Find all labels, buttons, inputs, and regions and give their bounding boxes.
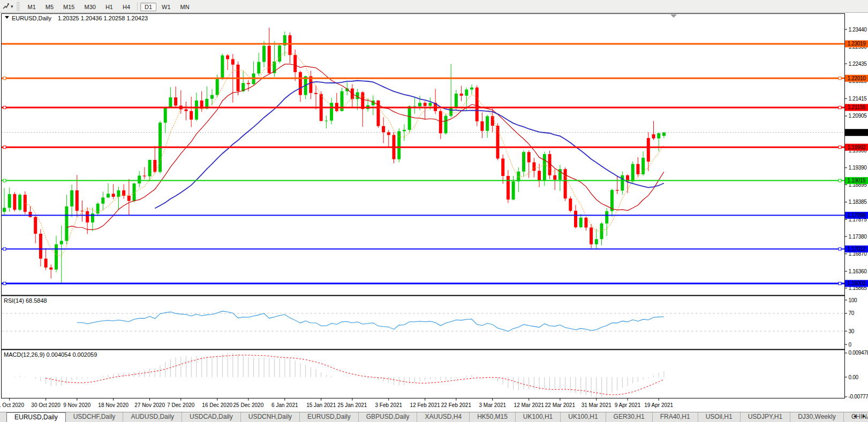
date-label: 15 Jan 2021 <box>306 402 336 408</box>
price-badge: 1.22010 <box>847 75 866 81</box>
price-tick: 1.18385 <box>849 199 867 205</box>
date-label: 31 Mar 2021 <box>582 402 612 408</box>
chart-frame <box>2 14 845 398</box>
date-label: 30 Oct 2020 <box>31 402 61 408</box>
chart-tab-fra40-h1[interactable]: FRA40,H1 <box>653 412 698 422</box>
price-badge: 1.17998 <box>847 212 866 218</box>
chart-tabs: EURUSD,DailyUSDCHF,DailyAUDUSD,DailyUSDC… <box>6 412 868 422</box>
ma-fast-line <box>25 52 664 256</box>
horizontal-lines[interactable] <box>2 44 844 285</box>
chart-tab-usoil-h1[interactable]: USOil,H1 <box>698 412 741 422</box>
price-tick: 1.21415 <box>849 96 867 102</box>
toolbar-separator <box>137 2 138 11</box>
price-tick: 1.22435 <box>849 61 867 67</box>
chart-ohlc-values: 1.20325 1.20436 1.20258 1.20423 <box>58 15 148 21</box>
date-label: 12 Mar 2021 <box>514 402 545 408</box>
date-label: 16 Dec 2020 <box>202 402 232 408</box>
date-label: 3 Feb 2021 <box>375 402 402 408</box>
date-label: 25 Dec 2020 <box>233 402 264 408</box>
candlesticks <box>3 28 666 283</box>
macd-label: MACD(12,26,9) 0.004054 0.002059 <box>4 351 97 358</box>
rsi-tick: 0 <box>849 342 852 348</box>
price-badge: 1.20423 <box>847 129 866 135</box>
timeframe-buttons: M1M5M15M30H1H4D1W1MN <box>23 2 194 11</box>
price-badge: 1.17012 <box>847 246 866 252</box>
chart-canvas[interactable]: 1.234401.229301.224351.219251.214151.209… <box>0 13 868 412</box>
chart-tab-uk100-h1[interactable]: UK100,H1 <box>516 412 561 422</box>
rsi-tick: 30 <box>849 328 855 334</box>
moving-averages <box>25 52 664 256</box>
toolbar-drag-handle[interactable] <box>17 2 20 11</box>
date-axis[interactable]: 21 Oct 202030 Oct 20209 Nov 202018 Nov 2… <box>0 398 674 408</box>
timeframe-button-m15[interactable]: M15 <box>59 3 79 11</box>
chart-tab-eurusd-daily[interactable]: EURUSD,Daily <box>6 412 66 422</box>
chart-tab-dj30-weekly[interactable]: DJ30,Weekly <box>790 412 843 422</box>
chart-objects: 1.234401.229301.224351.219251.214151.209… <box>0 27 868 409</box>
price-tick: 1.16360 <box>849 268 867 274</box>
rsi-line <box>77 311 664 332</box>
timeframe-button-m1[interactable]: M1 <box>24 3 40 11</box>
macd-signal-line <box>46 355 664 395</box>
timeframe-toolbar: ▾ M1M5M15M30H1H4D1W1MN <box>0 0 868 13</box>
date-label: 9 Apr 2021 <box>615 402 641 408</box>
price-badge: 1.16003 <box>847 280 866 286</box>
chart-title: EURUSD,Daily1.20325 1.20436 1.20258 1.20… <box>12 15 148 21</box>
date-label: 3 Mar 2021 <box>479 402 507 408</box>
timeframe-button-w1[interactable]: W1 <box>157 3 175 11</box>
tool-dropdown-arrow-icon[interactable]: ▾ <box>11 4 13 9</box>
date-label: 27 Nov 2020 <box>134 402 165 408</box>
price-tick: 1.19390 <box>849 165 867 171</box>
price-tick: 1.20905 <box>849 113 867 119</box>
timeframe-button-m30[interactable]: M30 <box>80 3 100 11</box>
date-label: 22 Feb 2021 <box>441 402 472 408</box>
chart-tab-hk50-m15[interactable]: HK50,M15 <box>470 412 516 422</box>
price-tick: 1.17380 <box>849 234 867 240</box>
macd-tick: 0.009478 <box>849 350 868 356</box>
chart-shift-marker[interactable] <box>670 14 677 18</box>
chart-tab-gbpusd-daily[interactable]: GBPUSD,Daily <box>359 412 418 422</box>
date-label: 19 Apr 2021 <box>644 402 673 408</box>
timeframe-button-h1[interactable]: H1 <box>101 3 117 11</box>
window-menu-icon[interactable] <box>5 16 9 19</box>
price-badge: 1.23019 <box>847 41 866 47</box>
date-label: 9 Nov 2020 <box>63 402 91 408</box>
chart-tab-usdcad-daily[interactable]: USDCAD,Daily <box>182 412 241 422</box>
pointer-tool-icon[interactable] <box>2 2 10 11</box>
date-label: 18 Nov 2020 <box>98 402 129 408</box>
date-label: 21 Oct 2020 <box>0 402 24 408</box>
chart-tab-uk100-h1[interactable]: UK100,H1 <box>561 412 606 422</box>
date-label: 7 Dec 2020 <box>167 402 195 408</box>
rsi-tick: 70 <box>849 310 855 316</box>
rsi-tick: 100 <box>849 297 858 303</box>
macd-panel <box>14 353 664 397</box>
tab-scroll-arrows: ◄ ► <box>849 413 866 419</box>
date-label: 6 Jan 2021 <box>271 402 298 408</box>
price-badge: 1.19992 <box>847 144 866 150</box>
price-scale[interactable]: 1.234401.229301.224351.219251.214151.209… <box>844 27 868 400</box>
date-label: 25 Jan 2021 <box>337 402 367 408</box>
price-badge: 1.19015 <box>847 178 866 183</box>
rsi-label: RSI(14) 68.5848 <box>4 297 47 304</box>
date-label: 12 Feb 2021 <box>410 402 441 408</box>
chart-tab-bar: EURUSD,DailyUSDCHF,DailyAUDUSD,DailyUSDC… <box>0 412 868 422</box>
macd-tick: 0.00 <box>849 374 859 380</box>
rsi-panel <box>2 311 844 332</box>
timeframe-button-m5[interactable]: M5 <box>41 3 58 11</box>
chart-tab-ger30-h1[interactable]: GER30,H1 <box>606 412 653 422</box>
date-label: 22 Mar 2021 <box>545 402 576 408</box>
chart-tab-audusd-daily[interactable]: AUDUSD,Daily <box>123 412 182 422</box>
macd-tick: -0.007778 <box>849 394 868 400</box>
chart-tab-usdjpy-h1[interactable]: USDJPY,H1 <box>741 412 790 422</box>
tab-scroll-right-icon[interactable]: ► <box>862 413 866 419</box>
price-tick: 1.23440 <box>849 27 867 33</box>
chart-tab-usdcnh-daily[interactable]: USDCNH,Daily <box>241 412 300 422</box>
price-badge: 1.21155 <box>848 104 866 110</box>
tab-scroll-left-icon[interactable]: ◄ <box>852 413 857 419</box>
chart-tab-xauusd-h4[interactable]: XAUUSD,H4 <box>417 412 470 422</box>
timeframe-button-mn[interactable]: MN <box>176 3 194 11</box>
chart-tab-eurusd-daily[interactable]: EURUSD,Daily <box>300 412 359 422</box>
chart-tab-usdchf-daily[interactable]: USDCHF,Daily <box>66 412 124 422</box>
timeframe-button-d1[interactable]: D1 <box>140 3 156 11</box>
timeframe-button-h4[interactable]: H4 <box>118 3 134 11</box>
